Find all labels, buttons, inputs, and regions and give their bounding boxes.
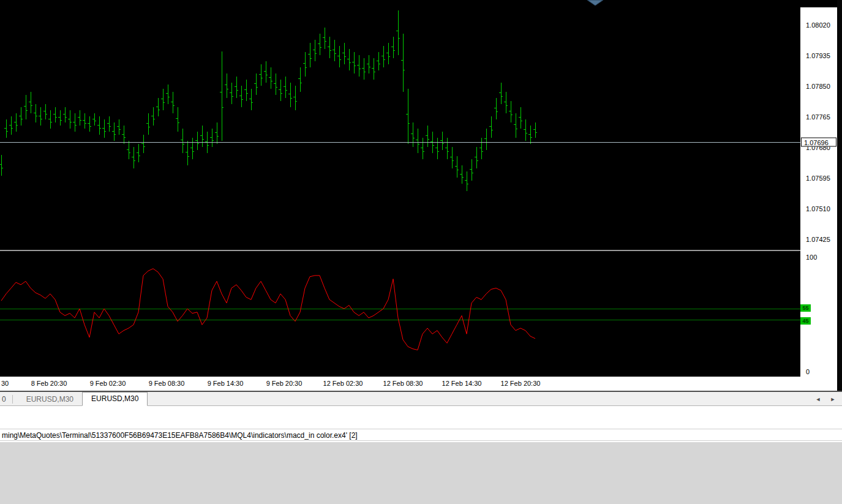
price-scale[interactable]: 1.080201.079351.078501.077651.076801.075… — [800, 0, 842, 391]
chart-shift-marker-icon — [587, 0, 604, 6]
tab-scroll-left-button[interactable]: ◄ — [813, 395, 823, 404]
chart-tab-eurusd-m30-inactive[interactable]: EURUSD,M30 — [18, 393, 82, 405]
time-axis-label: 30 — [1, 380, 9, 387]
indicator-scale-min: 0 — [806, 368, 810, 375]
price-scale-label: 1.07935 — [806, 52, 830, 59]
time-axis-label: 12 Feb 20:30 — [501, 380, 541, 387]
chart-tab-eurusd-m30-active[interactable]: EURUSD,M30 — [82, 392, 148, 406]
price-scale-label: 1.07510 — [806, 205, 830, 213]
bid-price-box: 1.07696 — [801, 138, 836, 147]
time-axis-label: 9 Feb 08:30 — [149, 380, 185, 387]
indicator-level-label-55: 55 — [800, 304, 811, 312]
journal-entry-row: ming\MetaQuotes\Terminal\51337600F56B694… — [0, 429, 842, 441]
time-axis-label: 9 Feb 02:30 — [90, 380, 126, 387]
toolbox-panel: ming\MetaQuotes\Terminal\51337600F56B694… — [0, 406, 842, 504]
price-scale-label: 1.07595 — [806, 175, 830, 182]
chart-window[interactable] — [0, 0, 800, 377]
journal-entry-text: ming\MetaQuotes\Terminal\51337600F56B694… — [2, 431, 358, 440]
indicator-canvas[interactable] — [0, 251, 800, 377]
time-axis-label: 8 Feb 20:30 — [31, 380, 67, 387]
time-axis-label: 9 Feb 14:30 — [208, 380, 244, 387]
toolbox-empty-area — [0, 442, 842, 504]
time-axis-label: 12 Feb 02:30 — [323, 380, 363, 387]
price-scale-label: 1.07425 — [806, 236, 830, 243]
bid-price-value: 1.07696 — [804, 138, 829, 146]
price-scale-label: 1.08020 — [806, 21, 830, 29]
indicator-scale-max: 100 — [806, 254, 817, 261]
price-chart-canvas[interactable] — [0, 0, 800, 250]
price-scale-label: 1.07765 — [806, 113, 830, 121]
tab-scroll-right-button[interactable]: ► — [828, 395, 838, 404]
time-axis-label: 12 Feb 08:30 — [383, 380, 423, 387]
indicator-level-label-45: 45 — [800, 317, 811, 325]
time-axis[interactable]: 308 Feb 20:309 Feb 02:309 Feb 08:309 Feb… — [0, 377, 800, 391]
scale-top-corner — [800, 0, 842, 7]
chart-tab-partial[interactable]: 0 — [0, 393, 7, 405]
time-axis-label: 12 Feb 14:30 — [442, 380, 482, 387]
chart-tab-bar: 0 EURUSD,M30 EURUSD,M30 — [0, 392, 842, 406]
price-scale-label: 1.07850 — [806, 83, 830, 90]
window-right-edge — [837, 0, 842, 391]
time-axis-label: 9 Feb 20:30 — [266, 380, 303, 387]
tab-divider — [12, 395, 13, 404]
